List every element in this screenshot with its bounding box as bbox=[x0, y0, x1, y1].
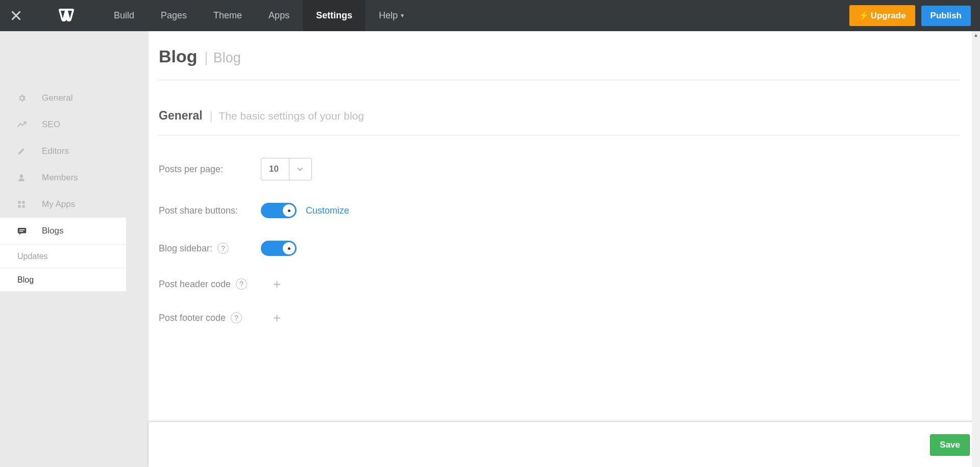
weebly-logo-icon bbox=[58, 9, 75, 23]
share-buttons-toggle[interactable] bbox=[261, 203, 297, 218]
main: Blog | Blog General | The basic settings… bbox=[126, 31, 980, 467]
blog-sidebar-toggle[interactable] bbox=[261, 241, 297, 256]
nav-help[interactable]: Help ▼ bbox=[365, 0, 418, 31]
nav-theme[interactable]: Theme bbox=[200, 0, 255, 31]
setting-share-buttons: Post share buttons: Customize bbox=[159, 203, 965, 218]
person-icon bbox=[17, 173, 42, 182]
publish-button[interactable]: Publish bbox=[921, 6, 971, 26]
svg-rect-4 bbox=[22, 205, 24, 207]
nav-settings[interactable]: Settings bbox=[303, 0, 365, 31]
content: Blog | Blog General | The basic settings… bbox=[149, 31, 980, 467]
close-icon bbox=[12, 11, 20, 20]
topbar-left bbox=[0, 9, 101, 23]
toggle-knob bbox=[283, 204, 295, 217]
section-title: General bbox=[159, 109, 210, 123]
pencil-icon bbox=[17, 147, 42, 155]
bolt-icon: ⚡ bbox=[859, 10, 869, 21]
section-head: General | The basic settings of your blo… bbox=[159, 80, 960, 135]
header-code-label-text: Post header code bbox=[159, 279, 231, 290]
sidebar-item-general[interactable]: General bbox=[0, 85, 126, 111]
sidebar-item-members[interactable]: Members bbox=[0, 165, 126, 191]
chat-icon bbox=[17, 227, 42, 235]
sidebar-label: General bbox=[42, 93, 72, 103]
scrollbar[interactable]: ▲ bbox=[972, 31, 980, 467]
svg-rect-6 bbox=[19, 231, 23, 232]
section-desc: The basic settings of your blog bbox=[218, 110, 364, 122]
plus-icon bbox=[273, 314, 281, 322]
svg-rect-3 bbox=[18, 205, 20, 207]
sidebar-sub-updates[interactable]: Updates bbox=[0, 245, 126, 268]
close-button[interactable] bbox=[0, 11, 32, 20]
chevron-down-icon: ▼ bbox=[400, 13, 405, 18]
top-bar: Build Pages Theme Apps Settings Help ▼ ⚡… bbox=[0, 0, 980, 31]
title-separator: | bbox=[205, 50, 213, 66]
apps-icon bbox=[17, 200, 42, 208]
setting-header-code: Post header code ? bbox=[159, 278, 965, 290]
sidebar-sub-blog[interactable]: Blog bbox=[0, 268, 126, 292]
add-header-code-button[interactable] bbox=[273, 281, 281, 288]
sidebar-item-seo[interactable]: SEO bbox=[0, 111, 126, 138]
nav-build[interactable]: Build bbox=[101, 0, 148, 31]
blog-sidebar-label-text: Blog sidebar: bbox=[159, 243, 212, 254]
customize-link[interactable]: Customize bbox=[306, 205, 349, 216]
upgrade-label: Upgrade bbox=[871, 11, 906, 21]
nav-help-label: Help bbox=[379, 10, 398, 21]
header-code-label: Post header code ? bbox=[159, 278, 261, 290]
body: General SEO Editors Members My Apps Blog… bbox=[0, 31, 980, 467]
upgrade-button[interactable]: ⚡ Upgrade bbox=[849, 5, 915, 26]
posts-per-page-label: Posts per page: bbox=[159, 164, 261, 175]
nav-apps[interactable]: Apps bbox=[255, 0, 303, 31]
trend-icon bbox=[17, 121, 42, 128]
sidebar-item-myapps[interactable]: My Apps bbox=[0, 191, 126, 218]
help-icon[interactable]: ? bbox=[231, 312, 242, 323]
svg-rect-2 bbox=[22, 201, 24, 203]
top-nav: Build Pages Theme Apps Settings Help ▼ bbox=[101, 0, 418, 31]
nav-pages[interactable]: Pages bbox=[148, 0, 200, 31]
svg-rect-5 bbox=[19, 229, 25, 230]
svg-point-0 bbox=[20, 174, 23, 178]
page-title: Blog | Blog bbox=[159, 46, 960, 66]
chevron-down-icon bbox=[289, 158, 311, 180]
svg-rect-1 bbox=[18, 201, 20, 203]
sidebar-label: Members bbox=[42, 173, 78, 183]
posts-per-page-select[interactable]: 10 bbox=[261, 158, 312, 180]
setting-blog-sidebar: Blog sidebar: ? bbox=[159, 241, 965, 256]
save-button[interactable]: Save bbox=[930, 434, 970, 456]
save-bar: Save bbox=[149, 422, 980, 467]
sidebar-item-blogs[interactable]: Blogs bbox=[0, 218, 126, 244]
scroll-up-arrow-icon: ▲ bbox=[972, 31, 980, 38]
help-icon[interactable]: ? bbox=[217, 243, 229, 254]
sidebar-item-editors[interactable]: Editors bbox=[0, 138, 126, 165]
footer-code-label-text: Post footer code bbox=[159, 313, 226, 323]
sidebar-label: My Apps bbox=[42, 199, 75, 209]
plus-icon bbox=[273, 281, 281, 288]
topbar-right: ⚡ Upgrade Publish bbox=[849, 5, 980, 26]
blog-sidebar-label: Blog sidebar: ? bbox=[159, 243, 261, 254]
sidebar: General SEO Editors Members My Apps Blog… bbox=[0, 31, 126, 467]
page-breadcrumb: Blog bbox=[213, 50, 241, 66]
sidebar-label: Blogs bbox=[42, 226, 64, 236]
setting-footer-code: Post footer code ? bbox=[159, 312, 965, 323]
footer-code-label: Post footer code ? bbox=[159, 312, 261, 323]
posts-per-page-value: 10 bbox=[261, 158, 289, 180]
sidebar-label: SEO bbox=[42, 120, 60, 130]
setting-posts-per-page: Posts per page: 10 bbox=[159, 158, 965, 180]
gear-icon bbox=[17, 94, 42, 103]
sidebar-label: Editors bbox=[42, 146, 69, 156]
add-footer-code-button[interactable] bbox=[273, 314, 281, 322]
page-title-text: Blog bbox=[159, 46, 205, 66]
sidebar-sublist: Updates Blog bbox=[0, 244, 126, 292]
section-separator: | bbox=[210, 109, 219, 123]
toggle-knob bbox=[283, 242, 295, 254]
help-icon[interactable]: ? bbox=[236, 278, 247, 290]
logo[interactable] bbox=[32, 9, 101, 23]
page-head: Blog | Blog bbox=[159, 31, 960, 80]
share-buttons-label: Post share buttons: bbox=[159, 205, 261, 216]
